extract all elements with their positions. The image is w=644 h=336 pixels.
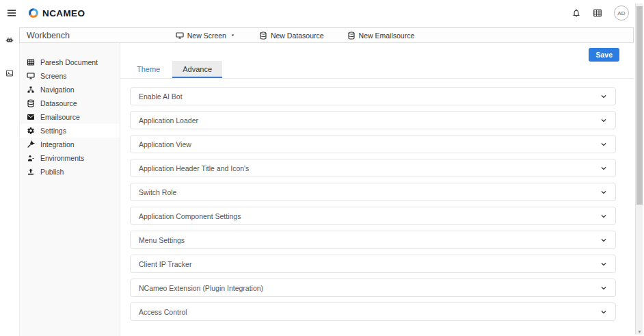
grid-icon [27,58,35,66]
monitor-icon [27,72,35,80]
accordion-row[interactable]: Application Component Settings [130,207,616,225]
accordion-row[interactable]: NCameo Extension (Plugin Integration) [130,279,616,297]
page-title: Workbench [27,31,70,40]
plug-icon [27,140,35,148]
accordion-label: Enable AI Bot [139,92,183,101]
accordion-row[interactable]: Client IP Tracker [130,255,616,273]
settings-tabs: Theme Advance [120,61,634,79]
toolbar-action-button[interactable]: New Emailsource [347,31,415,40]
sidebar-item-label: Emailsource [40,113,80,121]
sidebar-item-label: Settings [40,127,66,135]
sidebar-item[interactable]: Screens [20,69,120,83]
accordion-label: NCameo Extension (Plugin Integration) [139,284,263,292]
accordion-row[interactable]: Enable AI Bot [130,87,616,105]
accordion-label: Client IP Tracker [139,260,191,268]
sidebar-item-label: Integration [40,140,75,148]
notifications-bell-icon[interactable] [572,8,581,18]
database-icon [347,31,355,40]
user-avatar[interactable]: AD [614,5,629,21]
settings-accordion-list: Enable AI Bot Application Loader Applica… [120,79,634,321]
sidebar-item[interactable]: Integration [20,138,120,151]
sidebar-item-label: Paresh Document [40,58,98,66]
accordion-row[interactable]: Application Header Title and Icon's [130,159,616,177]
sidebar-item[interactable]: Paresh Document [20,55,120,69]
toolbar-action-label: New Datasource [271,31,324,40]
tab[interactable]: Theme [130,61,167,78]
chevron-down-icon [600,165,607,172]
left-icon-rail [0,26,19,336]
hamburger-menu-icon[interactable] [6,8,17,18]
caret-down-icon [230,32,236,38]
chevron-down-icon [600,93,607,100]
chevron-down-icon [600,237,607,244]
scrollbar-down-arrow-icon[interactable]: ▼ [636,330,643,334]
person-icon [27,154,35,162]
envelope-icon [27,113,35,121]
accordion-label: Menu Settings [139,236,185,244]
sidebar-item-label: Environments [40,154,84,162]
chevron-down-icon [600,141,607,148]
brand-logo[interactable]: NCAMEO [28,8,85,18]
brand-name: NCAMEO [42,8,85,18]
accordion-row[interactable]: Menu Settings [130,231,616,249]
monitor-icon [176,31,184,40]
toolbar-action-button[interactable]: New Screen [176,31,236,40]
app-window: NCAMEO AD Workbench New S [0,0,644,336]
apps-grid-icon[interactable] [593,8,602,18]
save-button[interactable]: Save [589,48,619,62]
accordion-row[interactable]: Access Control [130,302,616,321]
chevron-down-icon [600,213,607,220]
accordion-row[interactable]: Switch Role [130,183,616,201]
toolbar-action-button[interactable]: New Datasource [259,31,324,40]
sidebar-item[interactable]: Datasource [20,96,120,110]
chevron-down-icon [600,189,607,196]
sidebar: Paresh Document Screens Navigation [19,43,120,336]
sidebar-item-label: Publish [40,168,64,176]
main-content: Save Theme Advance Enable AI Bot [120,43,634,336]
accordion-label: Application Component Settings [139,212,241,220]
accordion-label: Application Loader [139,116,198,125]
chevron-down-icon [600,285,607,292]
scrollbar-thumb[interactable] [636,6,643,205]
toolbar-action-label: New Emailsource [359,31,415,40]
chevron-down-icon [600,261,607,268]
sidebar-item[interactable]: Publish [20,165,120,179]
vertical-scrollbar[interactable]: ▼ [635,3,643,335]
sidebar-item[interactable]: Emailsource [20,110,120,124]
accordion-label: Application Header Title and Icon's [139,164,249,172]
accordion-row[interactable]: Application View [130,135,616,153]
sidebar-item[interactable]: Settings [20,124,120,138]
accordion-label: Application View [139,140,191,148]
database-icon [259,31,267,40]
accordion-label: Switch Role [139,188,176,196]
chevron-down-icon [600,117,607,124]
sidebar-menu: Paresh Document Screens Navigation [20,55,120,179]
sidebar-item-label: Screens [40,72,67,80]
upload-icon [27,168,35,176]
sitemap-icon [27,86,35,94]
workbench-actions: New Screen New Datasource New Emailsou [176,31,415,40]
accordion-label: Access Control [139,308,187,316]
chevron-down-icon [600,309,607,315]
sidebar-collapse-icon[interactable] [20,43,42,54]
tab[interactable]: Advance [172,61,222,78]
sidebar-item[interactable]: Navigation [20,83,120,96]
database-icon [27,99,35,107]
sidebar-item-label: Datasource [40,99,77,107]
gear-icon [27,127,35,135]
workbench-toolbar: Workbench New Screen New Datasource [19,27,634,43]
bot-icon[interactable] [5,36,14,44]
accordion-row[interactable]: Application Loader [130,111,616,129]
sidebar-item[interactable]: Environments [20,151,120,165]
toolbar-action-label: New Screen [187,31,226,40]
image-icon[interactable] [5,69,14,77]
top-header: NCAMEO AD [0,0,644,26]
sidebar-item-label: Navigation [40,86,75,94]
logo-swirl-icon [28,8,39,18]
